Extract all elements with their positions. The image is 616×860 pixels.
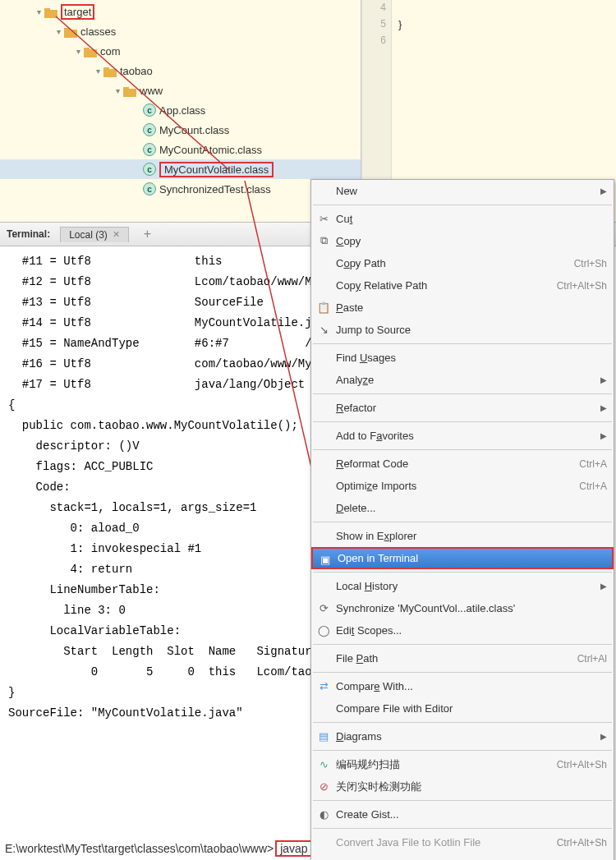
menu-find-usages[interactable]: Find Usages <box>311 347 614 369</box>
class-icon: c <box>143 103 156 117</box>
terminal-tab[interactable]: Local (3) ✕ <box>60 227 129 242</box>
menu-jump-to-source[interactable]: ↘Jump to Source <box>311 319 614 341</box>
folder-label: www <box>140 85 163 97</box>
compare-icon: ⇄ <box>316 678 331 693</box>
prompt-path: E:\worktest\MyTest\target\classes\com\ta… <box>5 842 274 855</box>
menu-cut[interactable]: ✂Cut <box>311 208 614 230</box>
menu-delete[interactable]: Delete... <box>311 497 614 519</box>
line-number: 4 <box>362 2 391 18</box>
menu-diagrams[interactable]: ▤Diagrams▶ <box>311 725 614 747</box>
menu-local-history[interactable]: Local History▶ <box>311 575 614 597</box>
menu-synchronize[interactable]: ⟳Synchronize 'MyCountVol...atile.class' <box>311 597 614 619</box>
folder-label: taobao <box>120 65 153 77</box>
close-detect-icon: ⊘ <box>316 779 331 793</box>
menu-show-bytecode[interactable]: Show Bytecode outline <box>311 853 614 860</box>
github-icon: ◐ <box>316 807 331 821</box>
menu-open-in-terminal[interactable]: ▣Open in Terminal <box>311 547 614 569</box>
menu-copy[interactable]: ⧉Copy <box>311 230 614 252</box>
class-icon: c <box>143 182 156 195</box>
svg-rect-7 <box>103 67 109 71</box>
menu-code-scan[interactable]: ∿编码规约扫描Ctrl+Alt+Sh <box>311 753 614 775</box>
cut-icon: ✂ <box>316 211 331 226</box>
project-tree[interactable]: ▾ target ▾ classes ▾ com ▾ taobao ▾ www <box>0 0 361 222</box>
chevron-down-icon[interactable]: ▾ <box>53 27 64 36</box>
sync-icon: ⟳ <box>316 600 331 615</box>
class-icon: c <box>143 143 156 156</box>
menu-create-gist[interactable]: ◐Create Gist... <box>311 803 614 826</box>
chevron-down-icon[interactable]: ▾ <box>72 47 84 56</box>
scopes-icon: ◯ <box>316 623 331 637</box>
paste-icon: 📋 <box>316 300 331 315</box>
tree-row-synchronizedtest[interactable]: c SynchronizedTest.class <box>0 179 361 199</box>
menu-compare-with[interactable]: ⇄Compare With... <box>311 675 614 697</box>
diagram-icon: ▤ <box>316 729 331 743</box>
line-number: 5 <box>362 18 391 34</box>
menu-add-favorites[interactable]: Add to Favorites▶ <box>311 425 614 447</box>
file-label: SynchronizedTest.class <box>159 183 271 195</box>
folder-icon <box>64 25 77 37</box>
menu-convert-kotlin: Convert Java File to Kotlin FileCtrl+Alt… <box>311 831 614 853</box>
menu-copy-relative-path[interactable]: Copy Relative PathCtrl+Alt+Sh <box>311 274 614 297</box>
chevron-down-icon[interactable]: ▾ <box>92 67 103 76</box>
chevron-down-icon[interactable]: ▾ <box>33 7 44 16</box>
menu-compare-editor[interactable]: Compare File with Editor <box>311 697 614 720</box>
tree-row-app[interactable]: c App.class <box>0 100 361 120</box>
folder-icon <box>44 6 57 17</box>
menu-paste[interactable]: 📋Paste <box>311 297 614 319</box>
tree-row-taobao[interactable]: ▾ taobao <box>0 61 361 80</box>
file-label: MyCountVolatile.class <box>164 163 269 176</box>
context-menu: New▶ ✂Cut ⧉Copy Copy PathCtrl+Sh Copy Re… <box>310 179 614 860</box>
code-line: } <box>398 18 609 30</box>
terminal-title: Terminal: <box>7 228 50 240</box>
tree-row-mycountvolatile[interactable]: c MyCountVolatile.class <box>0 159 361 179</box>
menu-optimize-imports[interactable]: Optimize ImportsCtrl+A <box>311 475 614 497</box>
line-number: 6 <box>362 34 391 51</box>
close-icon[interactable]: ✕ <box>113 229 120 240</box>
menu-edit-scopes[interactable]: ◯Edit Scopes... <box>311 619 614 642</box>
menu-file-path[interactable]: File PathCtrl+Al <box>311 647 614 669</box>
tree-row-classes[interactable]: ▾ classes <box>0 21 361 41</box>
tree-row-mycount[interactable]: c MyCount.class <box>0 120 361 140</box>
class-icon: c <box>143 123 156 136</box>
file-label: MyCount.class <box>159 124 229 136</box>
tree-row-com[interactable]: ▾ com <box>0 41 361 61</box>
menu-close-detect[interactable]: ⊘关闭实时检测功能 <box>311 775 614 798</box>
folder-label: com <box>100 45 121 57</box>
tab-label: Local (3) <box>69 229 108 241</box>
svg-rect-9 <box>123 87 129 90</box>
tree-row-target[interactable]: ▾ target <box>0 2 361 21</box>
folder-icon <box>84 45 97 57</box>
menu-refactor[interactable]: Refactor▶ <box>311 397 614 419</box>
scan-icon: ∿ <box>316 757 331 771</box>
menu-show-explorer[interactable]: Show in Explorer <box>311 525 614 547</box>
svg-rect-3 <box>64 28 70 31</box>
folder-icon <box>103 65 117 76</box>
folder-icon <box>123 85 136 96</box>
class-icon: c <box>143 163 156 176</box>
terminal-icon: ▣ <box>318 552 333 567</box>
folder-label: target <box>64 6 91 18</box>
file-label: MyCountAtomic.class <box>159 144 262 156</box>
tree-row-mycountatomic[interactable]: c MyCountAtomic.class <box>0 140 361 159</box>
folder-label: classes <box>80 25 116 38</box>
menu-analyze[interactable]: Analyze▶ <box>311 369 614 391</box>
tree-row-www[interactable]: ▾ www <box>0 80 361 100</box>
file-label: App.class <box>159 104 205 117</box>
jump-icon: ↘ <box>316 322 331 337</box>
add-tab-button[interactable]: + <box>137 227 158 241</box>
menu-copy-path[interactable]: Copy PathCtrl+Sh <box>311 252 614 274</box>
svg-rect-1 <box>44 8 50 11</box>
chevron-down-icon[interactable]: ▾ <box>112 86 123 95</box>
menu-reformat-code[interactable]: Reformat CodeCtrl+A <box>311 453 614 475</box>
svg-rect-5 <box>84 48 90 51</box>
copy-icon: ⧉ <box>316 233 331 248</box>
menu-new[interactable]: New▶ <box>311 180 614 202</box>
